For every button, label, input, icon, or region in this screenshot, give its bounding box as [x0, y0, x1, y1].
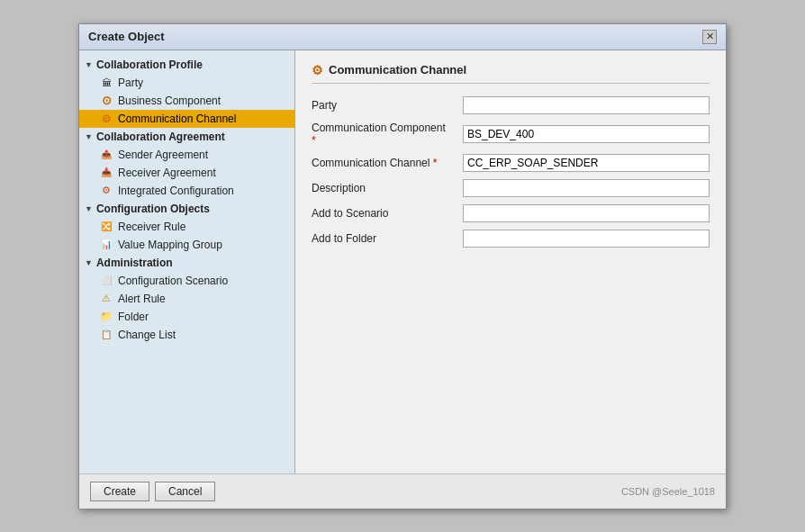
tree-group-label-collaboration-agreement: Collaboration Agreement [96, 131, 225, 143]
create-object-dialog: Create Object ✕ ▼Collaboration ProfilePa… [78, 23, 727, 509]
tree-panel: ▼Collaboration ProfilePartyBusiness Comp… [79, 50, 295, 473]
business-component-icon [99, 94, 113, 108]
tree-item-label-communication-channel: Communication Channel [118, 113, 236, 125]
dialog-titlebar: Create Object ✕ [79, 24, 726, 50]
tree-arrow-collaboration-profile: ▼ [85, 60, 93, 69]
tree-group-label-administration: Administration [96, 257, 173, 269]
sender-agreement-icon [99, 148, 113, 162]
tree-item-receiver-rule[interactable]: Receiver Rule [79, 218, 294, 236]
integrated-configuration-icon [99, 184, 113, 198]
form-header-label: Communication Channel [329, 63, 466, 77]
tree-item-configuration-scenario[interactable]: Configuration Scenario [79, 272, 294, 290]
tree-item-communication-channel[interactable]: Communication Channel [79, 110, 294, 128]
watermark: CSDN @Seele_1018 [621, 486, 715, 497]
form-fields: PartyCommunication ComponentCommunicatio… [312, 96, 710, 248]
tree-group-collaboration-agreement[interactable]: ▼Collaboration Agreement [79, 128, 294, 146]
dialog-body: ▼Collaboration ProfilePartyBusiness Comp… [79, 50, 726, 473]
tree-item-label-receiver-agreement: Receiver Agreement [118, 167, 216, 179]
tree-arrow-administration: ▼ [85, 258, 93, 267]
form-row-add-to-folder: Add to Folder [312, 230, 710, 248]
dialog-footer: Create Cancel CSDN @Seele_1018 [79, 473, 726, 509]
tree-group-configuration-objects[interactable]: ▼Configuration Objects [79, 200, 294, 218]
tree-arrow-configuration-objects: ▼ [85, 204, 93, 213]
form-label-communication-channel: Communication Channel [312, 157, 456, 169]
form-row-communication-channel: Communication Channel [312, 154, 710, 172]
receiver-rule-icon [99, 220, 113, 234]
tree-item-label-integrated-configuration: Integrated Configuration [118, 185, 234, 197]
tree-item-integrated-configuration[interactable]: Integrated Configuration [79, 182, 294, 200]
tree-item-business-component[interactable]: Business Component [79, 92, 294, 110]
form-row-party: Party [312, 96, 710, 114]
tree-item-label-party: Party [118, 77, 143, 89]
form-input-add-to-scenario[interactable] [463, 204, 710, 222]
tree-item-label-business-component: Business Component [118, 95, 221, 107]
tree-item-value-mapping-group[interactable]: Value Mapping Group [79, 236, 294, 254]
tree-item-label-change-list: Change List [118, 329, 176, 341]
configuration-scenario-icon [99, 274, 113, 288]
form-header-icon: ⚙ [312, 63, 323, 77]
form-row-communication-component: Communication Component [312, 122, 710, 147]
change-list-icon [99, 328, 113, 342]
form-label-add-to-folder: Add to Folder [312, 232, 456, 245]
tree-group-label-collaboration-profile: Collaboration Profile [96, 59, 203, 71]
tree-item-label-sender-agreement: Sender Agreement [118, 149, 208, 161]
form-label-party: Party [312, 99, 456, 112]
tree-item-label-value-mapping-group: Value Mapping Group [118, 239, 222, 251]
tree-arrow-collaboration-agreement: ▼ [85, 132, 93, 141]
tree-group-label-configuration-objects: Configuration Objects [96, 203, 210, 215]
form-header: ⚙ Communication Channel [312, 63, 710, 84]
form-row-add-to-scenario: Add to Scenario [312, 204, 710, 222]
tree-group-administration[interactable]: ▼Administration [79, 254, 294, 272]
tree-item-change-list[interactable]: Change List [79, 326, 294, 344]
form-panel: ⚙ Communication Channel PartyCommunicati… [295, 50, 726, 473]
party-icon [99, 76, 113, 90]
form-input-add-to-folder[interactable] [463, 230, 710, 248]
communication-channel-icon [99, 112, 113, 126]
form-label-communication-component: Communication Component [312, 122, 456, 147]
tree-item-label-configuration-scenario: Configuration Scenario [118, 275, 228, 287]
form-label-add-to-scenario: Add to Scenario [312, 207, 456, 220]
create-button[interactable]: Create [90, 482, 149, 501]
form-input-party[interactable] [463, 96, 710, 114]
tree-item-receiver-agreement[interactable]: Receiver Agreement [79, 164, 294, 182]
form-input-communication-component[interactable] [463, 125, 710, 143]
tree-item-folder[interactable]: Folder [79, 308, 294, 326]
tree-item-party[interactable]: Party [79, 74, 294, 92]
close-button[interactable]: ✕ [702, 30, 717, 44]
tree-group-collaboration-profile[interactable]: ▼Collaboration Profile [79, 56, 294, 74]
form-label-description: Description [312, 182, 456, 194]
form-row-description: Description [312, 179, 710, 197]
value-mapping-group-icon [99, 238, 113, 252]
cancel-button[interactable]: Cancel [155, 482, 215, 501]
footer-buttons: Create Cancel [90, 482, 215, 501]
dialog-title: Create Object [88, 30, 165, 43]
tree-item-sender-agreement[interactable]: Sender Agreement [79, 146, 294, 164]
tree-item-alert-rule[interactable]: Alert Rule [79, 290, 294, 308]
form-input-description[interactable] [463, 179, 710, 197]
tree-item-label-alert-rule: Alert Rule [118, 293, 166, 305]
tree-item-label-receiver-rule: Receiver Rule [118, 221, 185, 233]
form-input-communication-channel[interactable] [463, 154, 710, 172]
folder-icon [99, 310, 113, 324]
receiver-agreement-icon [99, 166, 113, 180]
alert-rule-icon [99, 292, 113, 306]
tree-item-label-folder: Folder [118, 311, 149, 323]
